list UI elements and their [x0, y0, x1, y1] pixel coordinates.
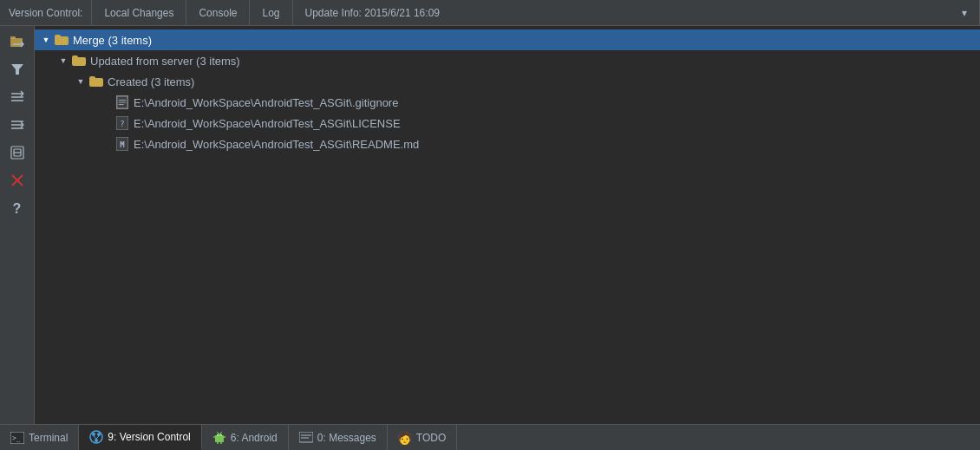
svg-line-34 — [96, 436, 99, 439]
delete-button[interactable] — [4, 168, 30, 194]
todo-icon: 🧑 — [398, 431, 412, 445]
tree-toggle-updated[interactable]: ▼ — [57, 55, 69, 67]
expand-icon — [10, 118, 24, 134]
help-icon: ? — [13, 201, 22, 217]
tab-version-control[interactable]: 9: Version Control — [79, 425, 201, 450]
top-tab-bar: Version Control: Local Changes Console L… — [0, 0, 980, 26]
tree-item-label: E:\Android_WorkSpace\AndroidTest_ASGit\L… — [134, 117, 401, 130]
tab-local-changes[interactable]: Local Changes — [92, 0, 186, 25]
help-button[interactable]: ? — [4, 196, 30, 222]
delete-icon — [10, 173, 24, 190]
tab-android-label: 6: Android — [231, 432, 278, 444]
main-area: ? ▼ Merge (3 items) ▼ Updated from serve… — [0, 26, 980, 424]
package-icon — [10, 145, 25, 163]
left-toolbar: ? — [0, 26, 35, 424]
file-icon — [114, 95, 130, 109]
tree-item-label: Updated from server (3 items) — [90, 55, 240, 68]
svg-rect-1 — [10, 36, 16, 39]
svg-point-37 — [217, 434, 219, 436]
messages-icon — [299, 431, 313, 445]
bottom-tab-bar: >_ Terminal 9: Version Control — [0, 424, 980, 450]
svg-rect-0 — [10, 38, 23, 47]
spacer — [101, 96, 113, 108]
svg-line-44 — [220, 432, 222, 434]
folder-icon — [54, 33, 69, 47]
spacer — [101, 138, 113, 150]
svg-text:>_: >_ — [12, 434, 21, 442]
svg-rect-45 — [299, 432, 313, 442]
svg-point-32 — [95, 439, 98, 442]
tree-toggle-merge[interactable]: ▼ — [40, 34, 52, 46]
tree-row[interactable]: ▼ Created (3 items) — [35, 71, 980, 92]
tree-item-label: Merge (3 items) — [73, 34, 152, 47]
tab-console[interactable]: Console — [186, 0, 250, 25]
svg-text:?: ? — [120, 120, 124, 128]
package-button[interactable] — [4, 140, 30, 166]
tab-terminal[interactable]: >_ Terminal — [0, 425, 79, 450]
filter-icon — [10, 62, 24, 79]
tab-messages[interactable]: 0: Messages — [289, 425, 388, 450]
folder-icon — [71, 54, 87, 68]
svg-point-38 — [220, 434, 222, 436]
collapse-icon — [10, 90, 24, 107]
spacer — [101, 117, 113, 129]
refresh-button[interactable] — [4, 29, 30, 55]
version-control-icon — [89, 430, 103, 444]
svg-point-30 — [92, 433, 95, 436]
tree-item-label: E:\Android_WorkSpace\AndroidTest_ASGit\.… — [134, 96, 398, 109]
tree-row[interactable]: ▼ Merge (3 items) — [35, 29, 980, 50]
collapse-button[interactable] — [4, 85, 30, 111]
tree-row[interactable]: E:\Android_WorkSpace\AndroidTest_ASGit\.… — [35, 92, 980, 113]
tab-update-info[interactable]: Update Info: 2015/6/21 16:09 ▾ — [293, 0, 980, 25]
tree-row[interactable]: M E:\Android_WorkSpace\AndroidTest_ASGit… — [35, 134, 980, 154]
svg-line-43 — [217, 432, 219, 434]
version-control-label: Version Control: — [0, 0, 92, 25]
svg-line-33 — [94, 436, 96, 439]
svg-point-31 — [97, 433, 101, 436]
refresh-icon — [10, 34, 25, 52]
expand-button[interactable] — [4, 113, 30, 139]
tab-terminal-label: Terminal — [29, 432, 68, 444]
svg-text:M: M — [120, 140, 125, 149]
tab-todo[interactable]: 🧑 TODO — [388, 425, 457, 450]
terminal-icon: >_ — [10, 431, 24, 445]
tree-row[interactable]: ▼ Updated from server (3 items) — [35, 50, 980, 71]
tree-row[interactable]: ? E:\Android_WorkSpace\AndroidTest_ASGit… — [35, 113, 980, 134]
svg-marker-3 — [11, 64, 23, 75]
android-icon — [212, 431, 226, 445]
file-icon: ? — [114, 116, 130, 130]
tab-version-control-label: 9: Version Control — [108, 431, 190, 443]
tree-toggle-created[interactable]: ▼ — [75, 75, 87, 88]
file-icon: M — [114, 137, 130, 151]
folder-icon — [88, 75, 104, 88]
tab-log[interactable]: Log — [250, 0, 292, 25]
tab-todo-label: TODO — [416, 432, 446, 444]
tab-messages-label: 0: Messages — [317, 432, 376, 444]
tree-item-label: Created (3 items) — [108, 75, 194, 88]
filter-button[interactable] — [4, 57, 30, 83]
dropdown-arrow-icon: ▾ — [962, 7, 967, 19]
tab-android[interactable]: 6: Android — [202, 425, 289, 450]
tree-content[interactable]: ▼ Merge (3 items) ▼ Updated from server … — [35, 26, 980, 424]
tree-item-label: E:\Android_WorkSpace\AndroidTest_ASGit\R… — [134, 138, 419, 151]
